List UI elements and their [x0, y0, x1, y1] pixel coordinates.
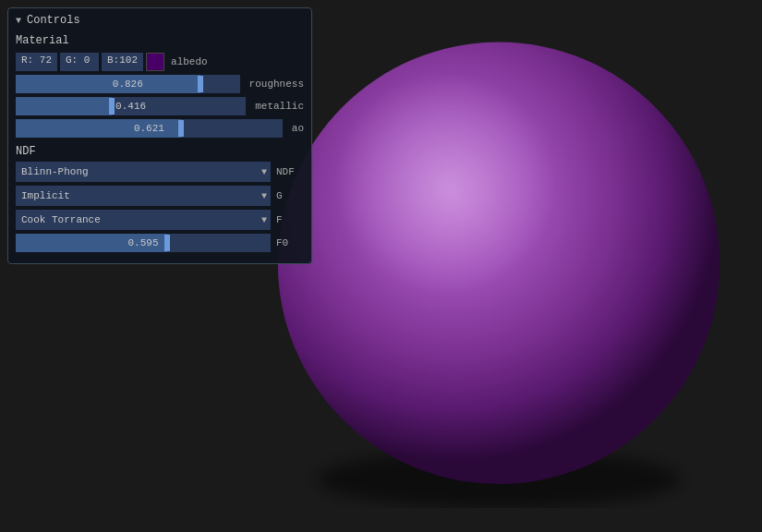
ndf-section-label: NDF	[16, 145, 304, 158]
f0-value: 0.595	[16, 237, 271, 248]
b-channel[interactable]: B:102	[102, 53, 143, 71]
f-dropdown-wrapper[interactable]: Cook Torrance Schlick None ▼	[16, 210, 271, 230]
roughness-label: roughness	[249, 79, 304, 90]
metallic-value: 0.416	[16, 101, 246, 112]
roughness-row: 0.826 roughness	[16, 75, 304, 93]
g-channel[interactable]: G: 0	[60, 53, 99, 71]
ao-row: 0.621 ao	[16, 119, 304, 138]
ndf-field-label: NDF	[276, 166, 304, 177]
panel-header: ▼ Controls	[16, 14, 304, 27]
metallic-slider[interactable]: 0.416	[16, 97, 246, 115]
roughness-slider[interactable]: 0.826	[16, 75, 240, 93]
ndf-dropdown-wrapper[interactable]: Blinn-Phong GGX Beckmann ▼	[16, 162, 271, 182]
metallic-label: metallic	[255, 101, 304, 112]
g-field-label: G	[276, 190, 304, 201]
ao-value: 0.621	[16, 123, 283, 134]
sphere-specular	[278, 42, 720, 484]
ndf-select[interactable]: Blinn-Phong GGX Beckmann	[16, 162, 271, 182]
controls-panel: ▼ Controls Material R: 72 G: 0 B:102 alb…	[7, 7, 312, 264]
f0-slider[interactable]: 0.595	[16, 234, 271, 252]
f0-label: F0	[276, 237, 304, 248]
color-swatch[interactable]	[146, 53, 164, 71]
g-dropdown-wrapper[interactable]: Implicit Smith Kelemen ▼	[16, 186, 271, 206]
ndf-dropdown-row: Blinn-Phong GGX Beckmann ▼ NDF	[16, 162, 304, 182]
material-label: Material	[16, 34, 304, 47]
r-channel[interactable]: R: 72	[16, 53, 57, 71]
f0-row: 0.595 F0	[16, 234, 304, 252]
ao-slider[interactable]: 0.621	[16, 119, 283, 138]
f-field-label: F	[276, 214, 304, 225]
roughness-value: 0.826	[16, 79, 240, 90]
g-dropdown-row: Implicit Smith Kelemen ▼ G	[16, 186, 304, 206]
color-row: R: 72 G: 0 B:102 albedo	[16, 53, 304, 71]
albedo-label: albedo	[171, 56, 208, 67]
f-dropdown-row: Cook Torrance Schlick None ▼ F	[16, 210, 304, 230]
f-select[interactable]: Cook Torrance Schlick None	[16, 210, 271, 230]
g-select[interactable]: Implicit Smith Kelemen	[16, 186, 271, 206]
ao-label: ao	[292, 123, 304, 134]
metallic-row: 0.416 metallic	[16, 97, 304, 115]
collapse-icon[interactable]: ▼	[16, 16, 21, 26]
panel-title: Controls	[27, 14, 80, 27]
